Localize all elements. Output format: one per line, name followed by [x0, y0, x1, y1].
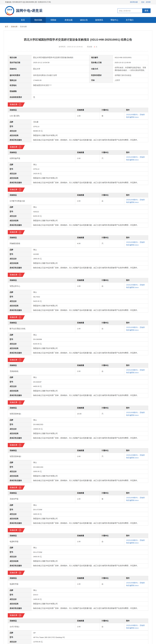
attachment-link[interactable]: 20251009附件1：货物类响应偏离表.docx [126, 582, 145, 586]
col-header-qty: 采购数量 [75, 448, 100, 453]
item-table: 采购商品 采购数量 计量单位 附件 智慧语音终端2 2.00 只 2025100… [8, 448, 148, 460]
result-badge-number: 5 [19, 274, 21, 276]
attachment-link[interactable]: 20251009附件1：货物类响应偏离表.docx [126, 114, 145, 118]
nav-item-诚信公告[interactable]: 诚信公告 [76, 17, 92, 23]
attachment-link[interactable]: 20251009附件1：货物类响应偏离表.docx [126, 326, 145, 331]
result-badge-label: 采购结果 [10, 274, 18, 276]
result-badge-label: 采购结果 [10, 444, 18, 446]
result-badge-label: 采购结果 [10, 486, 18, 489]
attachment-link[interactable]: 20251009附件1：货物类响应偏离表.docx [126, 412, 145, 416]
breadcrumb-current: 竞价结果 [20, 26, 27, 28]
col-header-attachment: 附件 [124, 193, 148, 197]
detail-label-brand: 品牌 [8, 290, 31, 294]
detail-label-warranty: 质保及售后服务 [8, 180, 31, 185]
nav-item-新闻资讯[interactable]: 新闻资讯 [92, 17, 107, 23]
nav-item-关于我们[interactable]: 关于我们 [122, 17, 137, 23]
price-value: 4400.00 元 [31, 384, 148, 389]
detail-label-model: 型号 [8, 592, 31, 597]
product-qty: 2.00 [75, 623, 100, 630]
model-value: HP Pro Tower 280 G9 E PCI Desktop PC [31, 635, 148, 640]
col-header-attachment: 附件 [124, 448, 148, 453]
search-button[interactable]: 搜索 [142, 8, 150, 13]
result-badge-label: 采购结果 [10, 529, 18, 532]
attachment-link[interactable]: 20251009附件1：货物类响应偏离表.docx [126, 497, 145, 501]
detail-label-brand: 品牌 [8, 503, 31, 507]
product-name: 台式计算机1 [8, 623, 75, 630]
col-header-qty: 采购数量 [75, 576, 100, 580]
product-unit: 台 [100, 580, 124, 588]
product-name: 同轴吸顶音箱 [8, 240, 75, 248]
brand-value: 湖山 [31, 162, 148, 167]
breadcrumb-separator: / [9, 26, 10, 28]
col-header-qty: 采购数量 [75, 320, 100, 325]
breadcrumb-home-link[interactable]: 首页 [5, 26, 8, 28]
attachment-link[interactable]: 20251009附件1：货物类响应偏离表.docx [126, 156, 145, 160]
detail-label-model: 型号 [8, 465, 31, 469]
product-name: 无线接收机 [8, 368, 75, 375]
col-header-product: 采购商品 [8, 320, 75, 325]
attachment-link[interactable]: 20251009附件1：货物类响应偏离表.docx [126, 241, 145, 246]
detail-label-supplier: 成交供应商 [8, 602, 31, 606]
detail-label-warranty: 质保及售后服务 [8, 223, 31, 228]
product-unit: 台 [100, 538, 124, 545]
login-link[interactable]: 您好，请登录 [141, 1, 150, 3]
supplier-value: 陕西韶华云顶数字技术有限公司 [31, 474, 148, 478]
brand-value: 湖山 [31, 332, 148, 337]
purchase-result-section: 采购结果 4 采购商品 采购数量 计量单位 附件 同轴吸顶音箱 4.00 只 2… [8, 230, 148, 270]
purchase-result-section: 采购结果 12 采购商品 采购数量 计量单位 附件 电源时序器 1.00 台 2… [8, 528, 148, 568]
attachment-link[interactable]: 20251009附件1：货物类响应偏离表.docx [126, 284, 145, 288]
detail-label-model: 型号 [8, 550, 31, 554]
attachment-link[interactable]: 20251009附件1：货物类响应偏离表.docx [126, 454, 145, 459]
nav-item-招投标[interactable]: 招投标 [46, 17, 61, 23]
currency-value: 人民币 [113, 78, 148, 83]
supplier-register-link[interactable]: 供应商注册 [130, 1, 138, 3]
supplier-value: 陕西韶华云顶数字技术有限公司 [31, 133, 148, 138]
product-unit: 只 [100, 240, 124, 248]
detail-label-brand: 品牌 [8, 375, 31, 380]
nav-item-帮助中心[interactable]: 帮助中心 [107, 17, 122, 23]
result-badge-number: 7 [19, 358, 21, 361]
result-badge-label: 采购结果 [10, 359, 18, 361]
detail-label-warranty: 质保及售后服务 [8, 138, 31, 142]
warranty-value: 验收合格之日起3年提供原厂质保，质保期内，非人为因素产品出现质量问题，由乙方进行… [31, 138, 148, 142]
detail-label-price: 成交总价 [8, 512, 31, 516]
model-value: ADG22 [31, 210, 148, 214]
price-value: 1400.00 元 [31, 597, 148, 602]
search-input[interactable] [117, 8, 142, 13]
nav-item-首页[interactable]: 首页 [15, 17, 31, 23]
attachment-link[interactable]: 20251009附件1：货物类响应偏离表.docx [126, 199, 145, 203]
detail-label-model: 型号 [8, 167, 31, 171]
product-qty: 1.00 [75, 282, 100, 290]
detail-label-model: 型号 [8, 252, 31, 256]
result-badge-label: 采购结果 [10, 614, 18, 616]
detail-label-supplier: 成交供应商 [8, 261, 31, 266]
detail-label-model: 型号 [8, 507, 31, 512]
product-qty: 10.00 [75, 410, 100, 418]
result-badge-label: 采购结果 [10, 103, 18, 106]
attachment-link[interactable]: 20251009附件1：货物类响应偏离表.docx [126, 624, 145, 629]
detail-label-supplier: 成交供应商 [8, 389, 31, 393]
result-badge: 采购结果 4 [8, 230, 25, 234]
warranty-value: 验收合格之日起3年提供原厂质保，质保期内，非人为因素产品出现质量问题，由乙方进行… [31, 308, 148, 312]
detail-label-brand: 品牌 [8, 460, 31, 465]
warranty-value: 验收合格之日起3年提供原厂质保，质保期内，非人为因素产品出现质量问题，由乙方进行… [31, 606, 148, 610]
item-table: 采购商品 采购数量 计量单位 附件 智慧运算中心 1.00 台 20251009… [8, 278, 148, 290]
result-badge: 采购结果 9 [8, 443, 25, 447]
col-header-attachment: 附件 [124, 150, 148, 155]
breadcrumb-results-link[interactable]: 采购结果 [11, 26, 18, 28]
info-label: 供应商资质要求 [8, 95, 31, 100]
nav-item-政策法规[interactable]: 政策法规 [61, 17, 76, 23]
brand-value: 湖山 [31, 290, 148, 294]
topbar: 客服热线: 029-86618373 QQ:2881944994 (周一至周五9… [0, 0, 156, 4]
detail-label-model: 型号 [8, 294, 31, 299]
publish-time-value: 2025-10-15 15:04:42 [67, 46, 83, 48]
attachment-link[interactable]: 20251009附件1：货物类响应偏离表.docx [126, 539, 145, 544]
detail-label-warranty: 质保及售后服务 [8, 393, 31, 398]
item-table: 采购商品 采购数量 计量单位 附件 无线接收机 2.00 台 20251009附… [8, 363, 148, 375]
attachment-link[interactable]: 20251009附件1：货物类响应偏离表.docx [126, 369, 145, 374]
project-name-value: 西北大学区域国别学院学术交流研讨室设备采购项目 [31, 55, 89, 60]
model-value: DS-630AP [31, 380, 148, 384]
address-value: 陕西省西安市长安区**** [31, 83, 148, 88]
nav-item-竞价采购[interactable]: 竞价采购 [31, 17, 46, 23]
views-unit: 次 [96, 46, 97, 48]
